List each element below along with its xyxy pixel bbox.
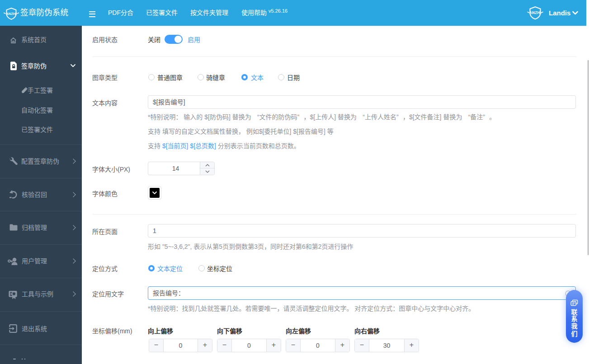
svg-text:ANZHI: ANZHI	[6, 12, 17, 16]
svg-text:ANZHI: ANZHI	[529, 11, 541, 15]
